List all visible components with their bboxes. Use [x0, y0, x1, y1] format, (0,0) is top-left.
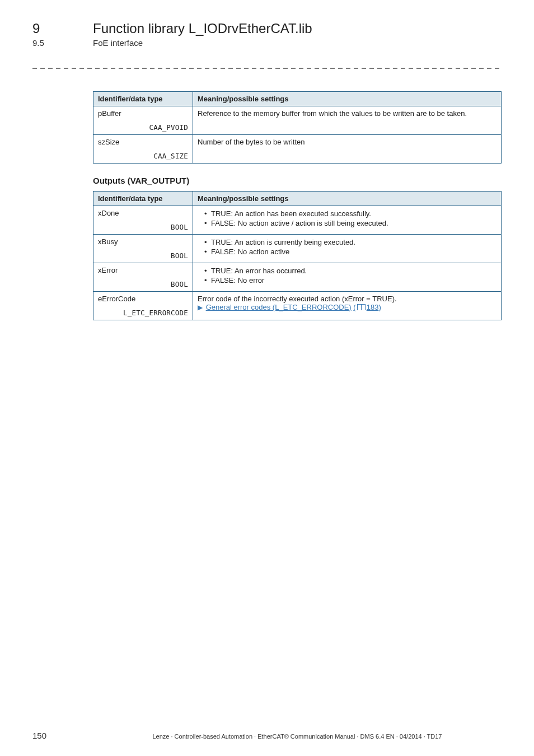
table-row: xDone BOOL TRUE: An action has been exec… [93, 206, 502, 234]
book-icon [357, 304, 366, 310]
table-row: eErrorCode L_ETC_ERRORCODE Error code of… [93, 291, 502, 320]
error-text: Error code of the incorrectly executed a… [198, 295, 496, 303]
identifier-name: xDone [98, 209, 119, 217]
page-ref: (183) [353, 303, 381, 311]
cell-identifier: xDone BOOL [93, 206, 193, 234]
cell-meaning: Reference to the memory buffer from whic… [193, 106, 502, 134]
cell-meaning: Number of the bytes to be written [193, 134, 502, 163]
identifier-type: L_ETC_ERRORCODE [123, 309, 188, 317]
page-number: 150 [32, 731, 93, 740]
page: 9 Function library L_IODrvEtherCAT.lib 9… [0, 0, 534, 756]
col-header-meaning: Meaning/possible settings [193, 91, 502, 106]
bullet-item: FALSE: No action active / action is stil… [204, 218, 496, 228]
section-title: Function library L_IODrvEtherCAT.lib [93, 21, 312, 36]
cell-identifier: szSize CAA_SIZE [93, 134, 193, 163]
page-footer: 150 Lenze · Controller-based Automation … [32, 731, 502, 740]
table-row: xError BOOL TRUE: An error has occurred.… [93, 263, 502, 291]
cell-identifier: eErrorCode L_ETC_ERRORCODE [93, 291, 193, 320]
divider-dashed [32, 68, 502, 69]
table-row: pBuffer CAA_PVOID Reference to the memor… [93, 106, 502, 134]
col-header-identifier: Identifier/data type [93, 91, 193, 106]
cell-meaning: TRUE: An error has occurred. FALSE: No e… [193, 263, 502, 291]
section-header: 9 Function library L_IODrvEtherCAT.lib [32, 21, 502, 36]
identifier-name: pBuffer [98, 109, 121, 118]
identifier-name: xError [98, 266, 118, 274]
col-header-identifier: Identifier/data type [93, 191, 193, 206]
identifier-name: eErrorCode [98, 295, 135, 303]
cell-identifier: xError BOOL [93, 263, 193, 291]
identifier-type: CAA_PVOID [149, 123, 188, 132]
table-row: szSize CAA_SIZE Number of the bytes to b… [93, 134, 502, 163]
cell-identifier: pBuffer CAA_PVOID [93, 106, 193, 134]
arrow-icon: ▶ [198, 304, 203, 311]
bullet-item: FALSE: No error [204, 276, 496, 286]
section-number: 9 [32, 21, 71, 36]
cross-reference-link[interactable]: General error codes (L_ETC_ERRORCODE) [206, 303, 352, 311]
identifier-type: BOOL [171, 223, 188, 231]
outputs-heading: Outputs (VAR_OUTPUT) [93, 176, 502, 185]
table-row: xBusy BOOL TRUE: An action is currently … [93, 234, 502, 263]
subsection-header: 9.5 FoE interface [32, 38, 502, 48]
link-line: ▶ General error codes (L_ETC_ERRORCODE) … [198, 303, 496, 311]
col-header-meaning: Meaning/possible settings [193, 191, 502, 206]
identifier-type: CAA_SIZE [153, 152, 188, 160]
cell-meaning: Error code of the incorrectly executed a… [193, 291, 502, 320]
identifier-type: BOOL [171, 251, 188, 260]
identifier-type: BOOL [171, 280, 188, 288]
identifier-name: szSize [98, 138, 119, 146]
cell-identifier: xBusy BOOL [93, 234, 193, 263]
outputs-table: Identifier/data type Meaning/possible se… [93, 191, 502, 320]
bullet-item: TRUE: An action is currently being execu… [204, 237, 496, 248]
bullet-item: FALSE: No action active [204, 247, 496, 257]
cell-meaning: TRUE: An action is currently being execu… [193, 234, 502, 263]
identifier-name: xBusy [98, 237, 118, 246]
content-area: Identifier/data type Meaning/possible se… [93, 91, 502, 320]
subsection-number: 9.5 [32, 38, 71, 48]
inputs-table: Identifier/data type Meaning/possible se… [93, 91, 502, 164]
bullet-item: TRUE: An error has occurred. [204, 266, 496, 276]
bullet-item: TRUE: An action has been executed succes… [204, 209, 496, 219]
footer-text: Lenze · Controller-based Automation · Et… [93, 733, 502, 740]
cell-meaning: TRUE: An action has been executed succes… [193, 206, 502, 234]
subsection-title: FoE interface [93, 38, 143, 48]
